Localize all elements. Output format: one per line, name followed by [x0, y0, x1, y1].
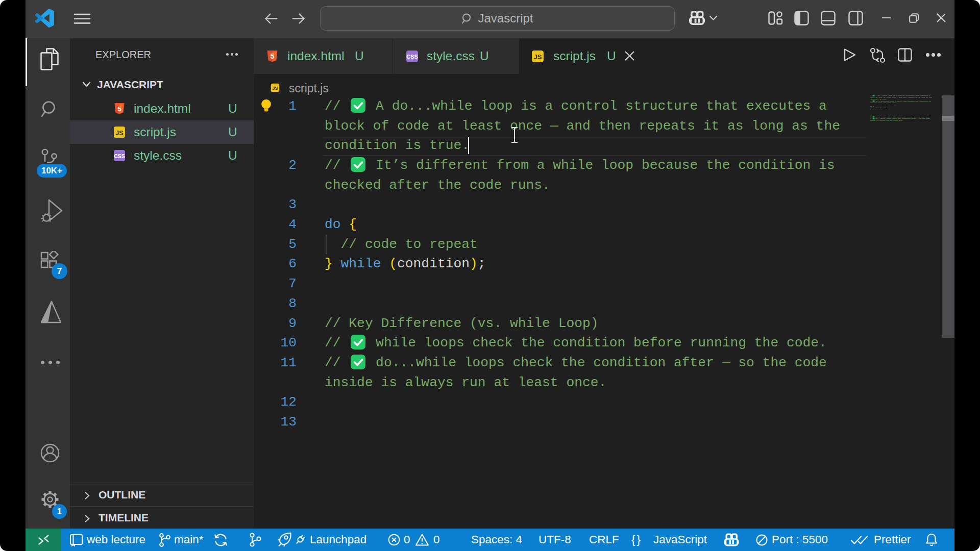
svg-text:CSS: CSS: [406, 54, 418, 60]
svg-text:JS: JS: [534, 53, 542, 61]
svg-text:5: 5: [271, 52, 275, 60]
svg-text:JS: JS: [115, 130, 123, 137]
svg-text:5: 5: [117, 105, 121, 113]
svg-text:CSS: CSS: [114, 153, 125, 159]
svg-text:JS: JS: [272, 86, 278, 91]
